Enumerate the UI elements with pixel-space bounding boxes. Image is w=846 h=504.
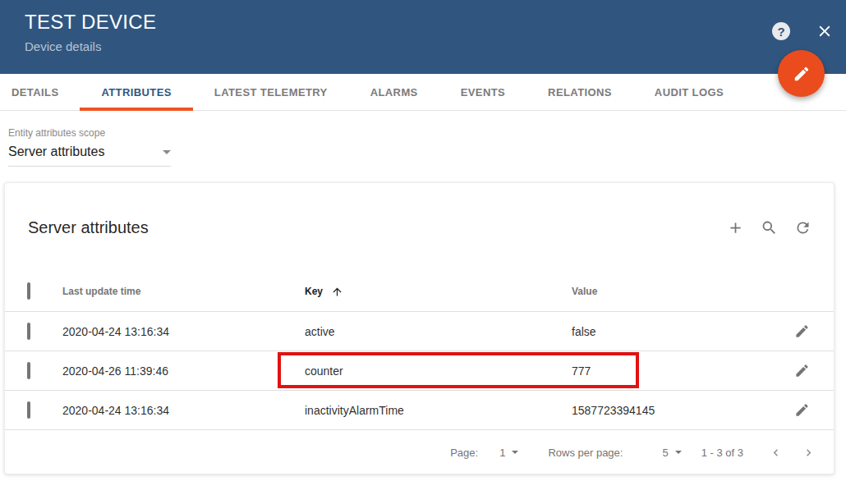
header-actions: ? (772, 21, 835, 41)
row-checkbox[interactable] (27, 401, 30, 419)
dialog-header: TEST DEVICE Device details ? (0, 0, 846, 74)
cell-last-update-time: 2020-04-24 13:16:34 (62, 404, 305, 417)
dialog-subtitle: Device details (25, 39, 846, 53)
tab-audit-logs[interactable]: AUDIT LOGS (633, 74, 745, 110)
refresh-button[interactable] (793, 218, 812, 237)
active-tab-indicator (80, 108, 192, 111)
pencil-icon (794, 402, 810, 418)
edit-device-fab[interactable] (778, 50, 825, 97)
tab-attributes[interactable]: ATTRIBUTES (80, 74, 192, 110)
previous-page-button[interactable] (765, 442, 786, 463)
scope-label: Entity attributes scope (8, 127, 171, 139)
cell-value: false (572, 325, 768, 338)
tab-relations[interactable]: RELATIONS (526, 74, 633, 110)
row-checkbox[interactable] (27, 362, 30, 379)
search-icon (761, 219, 778, 236)
select-all-checkbox[interactable] (27, 282, 30, 300)
cell-last-update-time: 2020-04-24 13:16:34 (62, 325, 305, 338)
tab-alarms[interactable]: ALARMS (349, 74, 439, 110)
pencil-icon (794, 323, 810, 339)
help-glyph: ? (777, 25, 784, 39)
cell-value: 777 (572, 364, 768, 378)
sort-ascending-icon (331, 286, 343, 298)
tab-bar: DETAILS ATTRIBUTES LATEST TELEMETRY ALAR… (0, 74, 846, 111)
column-header-last-update-time[interactable]: Last update time (62, 286, 305, 297)
chevron-down-icon (163, 150, 171, 154)
table-pagination: Page: 1 Rows per page: 5 1 - 3 of 3 (5, 429, 834, 474)
scope-select[interactable]: Server attributes (8, 144, 171, 167)
edit-attribute-button[interactable] (794, 402, 811, 419)
next-page-button[interactable] (798, 442, 819, 463)
rows-per-page-select[interactable]: 5 (662, 447, 681, 459)
table-row-inactivity-alarm-time[interactable]: 2020-04-24 13:16:34 inactivityAlarmTime … (5, 390, 834, 429)
pencil-icon (793, 65, 811, 83)
chevron-right-icon (802, 446, 816, 460)
plus-icon (727, 219, 744, 236)
row-checkbox[interactable] (27, 323, 30, 340)
cell-key: counter (305, 364, 572, 378)
edit-attribute-button[interactable] (794, 363, 811, 379)
cell-key: active (305, 325, 572, 338)
chevron-down-icon (512, 451, 518, 454)
pencil-icon (794, 363, 810, 378)
scope-selected-value: Server attributes (8, 144, 104, 159)
column-header-key[interactable]: Key (305, 286, 572, 298)
attributes-scope-field: Entity attributes scope Server attribute… (8, 127, 171, 167)
page-label: Page: (450, 447, 478, 459)
close-icon[interactable] (815, 21, 835, 41)
cell-last-update-time: 2020-04-26 11:39:46 (62, 364, 305, 378)
table-header-row: Last update time Key Value (5, 272, 834, 311)
refresh-icon (794, 219, 812, 236)
device-details-dialog: TEST DEVICE Device details ? DETAILS ATT… (0, 0, 846, 504)
chevron-left-icon (769, 446, 783, 460)
card-title: Server attributes (28, 218, 149, 237)
rows-per-page-label: Rows per page: (548, 447, 623, 459)
attributes-card: Server attributes Last update time Key (4, 182, 835, 474)
pagination-range: 1 - 3 of 3 (701, 447, 743, 459)
tab-latest-telemetry[interactable]: LATEST TELEMETRY (193, 74, 349, 110)
column-header-value[interactable]: Value (572, 286, 768, 297)
cell-key: inactivityAlarmTime (305, 404, 572, 417)
table-row-active[interactable]: 2020-04-24 13:16:34 active false (5, 311, 834, 351)
cell-value: 1587723394145 (572, 404, 768, 417)
dialog-title: TEST DEVICE (25, 9, 846, 35)
tab-events[interactable]: EVENTS (439, 74, 526, 110)
chevron-down-icon (675, 451, 682, 454)
add-attribute-button[interactable] (725, 218, 745, 237)
table-row-counter[interactable]: 2020-04-26 11:39:46 counter 777 (5, 351, 834, 390)
search-button[interactable] (759, 218, 779, 237)
card-toolbar (725, 218, 812, 237)
edit-attribute-button[interactable] (794, 323, 811, 340)
help-icon[interactable]: ? (772, 22, 790, 40)
page-select[interactable]: 1 (499, 447, 518, 459)
tab-details[interactable]: DETAILS (0, 74, 80, 110)
card-header: Server attributes (5, 183, 834, 272)
